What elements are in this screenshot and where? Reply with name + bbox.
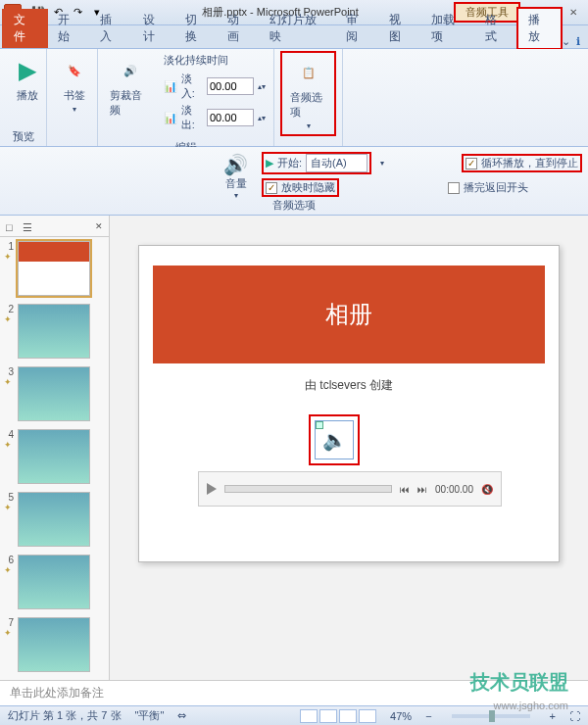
status-theme: "平衡" xyxy=(135,708,165,723)
player-time: 00:00.00 xyxy=(435,484,473,495)
hide-label: 放映时隐藏 xyxy=(281,180,335,195)
fade-in-label: 淡入: xyxy=(181,72,203,101)
notes-pane[interactable]: 单击此处添加备注 xyxy=(0,680,588,705)
rewind-label: 播完返回开头 xyxy=(464,180,528,195)
bookmark-label: 书签 xyxy=(64,88,85,103)
bookmark-drop-icon: ▾ xyxy=(73,105,76,114)
audio-options-drop-icon: ▾ xyxy=(307,121,311,130)
thumb-item-6[interactable]: 6✦ xyxy=(0,551,109,613)
thumb-item-2[interactable]: 2✦ xyxy=(0,300,109,362)
status-slide-count: 幻灯片 第 1 张，共 7 张 xyxy=(8,708,122,723)
play-icon: ▶ xyxy=(12,55,43,86)
help-icon[interactable]: ℹ xyxy=(576,35,580,48)
zoom-slider[interactable] xyxy=(452,714,530,718)
bookmark-icon: 🔖 xyxy=(59,55,90,86)
fade-in-input[interactable] xyxy=(207,77,254,95)
thumb-item-1[interactable]: 1✦ xyxy=(0,237,109,300)
slide-subtitle[interactable]: 由 tclsevers 创建 xyxy=(139,377,559,394)
tab-addins[interactable]: 加载项 xyxy=(421,9,475,48)
slide-title[interactable]: 相册 xyxy=(153,266,545,363)
ribbon-minimize-icon[interactable]: ⌄ xyxy=(562,35,570,48)
view-reading-icon[interactable] xyxy=(339,709,357,723)
play-button[interactable]: ▶ 播放 xyxy=(8,53,47,105)
loop-label: 循环播放，直到停止 xyxy=(481,156,578,170)
audio-options-label: 音频选项 xyxy=(290,90,326,120)
player-play-icon[interactable] xyxy=(207,483,217,495)
play-label: 播放 xyxy=(17,88,38,103)
rewind-checkbox[interactable] xyxy=(448,182,460,194)
tab-review[interactable]: 审阅 xyxy=(336,9,378,48)
audio-options-button[interactable]: 📋 音频选项 ▾ xyxy=(282,53,334,134)
start-option[interactable]: ▶ 开始: 自动(A) xyxy=(263,153,370,173)
view-slideshow-icon[interactable] xyxy=(359,709,376,723)
player-track[interactable] xyxy=(224,485,392,493)
thumb-item-5[interactable]: 5✦ xyxy=(0,488,109,551)
trim-label: 剪裁音频 xyxy=(110,88,152,118)
thumbs-close-icon[interactable]: ✕ xyxy=(95,221,103,234)
fit-window-icon[interactable]: ⛶ xyxy=(569,710,580,722)
thumb-item-3[interactable]: 3✦ xyxy=(0,362,109,425)
fade-in-icon: 📊 xyxy=(164,80,177,93)
zoom-out-icon[interactable]: − xyxy=(425,710,431,722)
slide[interactable]: 相册 由 tclsevers 创建 🔈 ⏮ ⏭ 00:00.00 🔇 xyxy=(138,245,560,562)
preview-group-label: 预览 xyxy=(0,127,46,146)
trim-audio-button[interactable]: 🔊 剪裁音频 xyxy=(106,53,156,120)
tab-transitions[interactable]: 切换 xyxy=(175,9,218,48)
audio-options-group-label: 音频选项 xyxy=(0,198,588,213)
fade-out-icon: 📊 xyxy=(164,112,177,124)
hide-checkbox[interactable]: ✓ xyxy=(266,182,277,194)
bookmark-button[interactable]: 🔖 书签 ▾ xyxy=(55,53,94,116)
loop-option[interactable]: ✓ 循环播放，直到停止 xyxy=(463,155,581,171)
trim-icon: 🔊 xyxy=(115,55,146,86)
hide-option[interactable]: ✓ 放映时隐藏 xyxy=(263,179,338,196)
file-tab[interactable]: 文件 xyxy=(2,9,48,48)
spinner-down-icon[interactable]: ▴▾ xyxy=(258,114,266,122)
thumbs-tab-outline[interactable]: ☰ xyxy=(23,221,32,234)
volume-label: 音量 xyxy=(225,176,247,191)
volume-icon[interactable]: 🔊 xyxy=(223,153,248,176)
view-sorter-icon[interactable] xyxy=(319,709,337,723)
loop-checkbox[interactable]: ✓ xyxy=(466,158,477,169)
fade-out-input[interactable] xyxy=(207,109,254,126)
start-play-icon: ▶ xyxy=(266,157,273,169)
thumb-item-4[interactable]: 4✦ xyxy=(0,425,109,488)
audio-player[interactable]: ⏮ ⏭ 00:00.00 🔇 xyxy=(198,471,502,507)
player-prev-icon[interactable]: ⏮ xyxy=(400,484,410,495)
tab-animations[interactable]: 动画 xyxy=(218,9,260,48)
audio-options-icon: 📋 xyxy=(293,57,324,88)
status-lang-icon[interactable]: ⇔ xyxy=(177,709,186,722)
player-volume-icon[interactable]: 🔇 xyxy=(481,484,493,495)
tab-format[interactable]: 格式 xyxy=(475,9,517,48)
status-zoom[interactable]: 47% xyxy=(390,710,412,722)
player-next-icon[interactable]: ⏭ xyxy=(417,484,427,495)
tab-insert[interactable]: 插入 xyxy=(90,9,132,48)
start-dropdown-icon[interactable]: ▾ xyxy=(380,159,384,168)
thumb-item-7[interactable]: 7✦ xyxy=(0,613,109,676)
audio-object[interactable]: 🔈 xyxy=(311,416,358,463)
zoom-in-icon[interactable]: + xyxy=(550,710,556,722)
tab-design[interactable]: 设计 xyxy=(133,9,175,48)
tab-playback[interactable]: 播放 xyxy=(517,8,562,49)
tab-view[interactable]: 视图 xyxy=(379,9,421,48)
view-normal-icon[interactable] xyxy=(300,709,318,723)
spinner-up-icon[interactable]: ▴▾ xyxy=(258,82,266,91)
tab-slideshow[interactable]: 幻灯片放映 xyxy=(260,9,336,48)
fade-title: 淡化持续时间 xyxy=(164,53,266,68)
rewind-option[interactable]: 播完返回开头 xyxy=(448,180,528,195)
slide-canvas[interactable]: 相册 由 tclsevers 创建 🔈 ⏮ ⏭ 00:00.00 🔇 xyxy=(110,216,588,680)
start-label: 开始: xyxy=(277,156,302,170)
start-select[interactable]: 自动(A) xyxy=(306,154,368,172)
fade-out-label: 淡出: xyxy=(181,103,203,132)
tab-home[interactable]: 开始 xyxy=(48,9,90,48)
close-icon[interactable]: ✕ xyxy=(564,5,582,21)
thumbs-tab-slides[interactable]: □ xyxy=(6,221,13,234)
